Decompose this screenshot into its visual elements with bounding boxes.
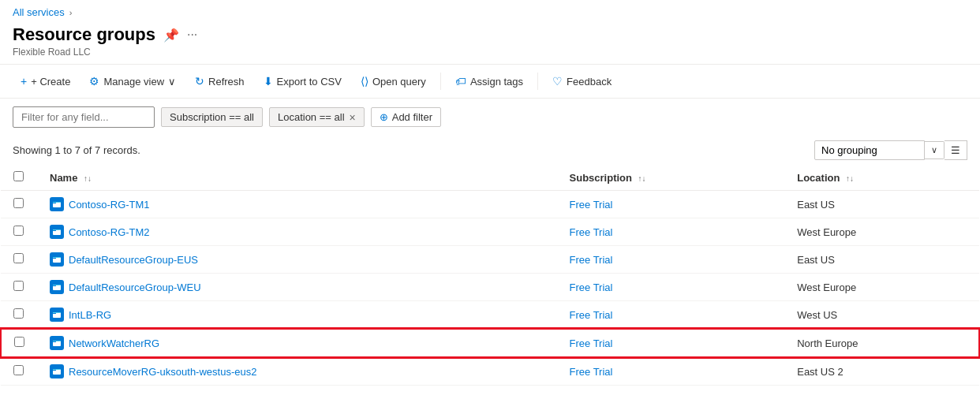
subscription-sort-icon: ↑↓ — [638, 174, 646, 183]
resource-groups-table: Name ↑↓ Subscription ↑↓ Location ↑↓ Cont… — [0, 165, 980, 386]
svg-rect-8 — [53, 257, 61, 258]
svg-rect-20 — [53, 369, 61, 370]
subscription-cell: Free Trial — [557, 246, 785, 274]
table-row: ResourceMoverRG-uksouth-westus-eus2 Free… — [1, 357, 979, 386]
assign-tags-icon: 🏷 — [455, 75, 466, 88]
refresh-button[interactable]: ↻ Refresh — [187, 71, 252, 91]
name-sort-icon: ↑↓ — [84, 174, 92, 183]
pin-icon[interactable]: 📌 — [163, 28, 179, 43]
assign-tags-button[interactable]: 🏷 Assign tags — [447, 71, 531, 91]
location-column-header[interactable]: Location ↑↓ — [784, 165, 979, 191]
subscription-value: Free Trial — [570, 282, 613, 293]
subscription-cell: Free Trial — [557, 329, 785, 357]
subscription-filter-tag: Subscription == all — [161, 107, 263, 127]
add-filter-button[interactable]: ⊕ Add filter — [371, 107, 441, 127]
resource-group-name[interactable]: DefaultResourceGroup-WEU — [69, 282, 201, 293]
row-checkbox[interactable] — [13, 281, 24, 291]
row-checkbox-cell — [1, 329, 37, 357]
name-cell: ResourceMoverRG-uksouth-westus-eus2 — [37, 357, 557, 386]
location-cell: West Europe — [784, 218, 979, 246]
resource-group-icon — [50, 364, 64, 378]
resource-group-name[interactable]: ResourceMoverRG-uksouth-westus-eus2 — [69, 366, 256, 378]
feedback-button[interactable]: ♡ Feedback — [544, 71, 619, 91]
table-row: Contoso-RG-TM2 Free Trial West Europe — [1, 218, 979, 246]
location-sort-icon: ↑↓ — [846, 174, 854, 183]
add-filter-label: Add filter — [392, 111, 432, 123]
export-label: Export to CSV — [277, 76, 342, 88]
resource-group-name[interactable]: IntLB-RG — [69, 309, 111, 321]
location-value: East US — [797, 199, 835, 211]
location-value: West Europe — [797, 282, 856, 293]
row-checkbox[interactable] — [13, 198, 24, 208]
row-checkbox[interactable] — [13, 226, 24, 236]
grouping-dropdown[interactable]: No grouping — [814, 140, 925, 160]
row-checkbox[interactable] — [13, 308, 24, 319]
subscription-value: Free Trial — [570, 309, 613, 321]
name-cell: NetworkWatcherRG — [37, 329, 557, 357]
columns-button[interactable]: ☰ — [944, 140, 967, 160]
page-title: Resource groups — [13, 24, 155, 45]
table-row: DefaultResourceGroup-EUS Free Trial East… — [1, 246, 979, 274]
select-all-checkbox-col — [1, 165, 37, 191]
location-value: East US 2 — [797, 366, 843, 378]
location-filter-tag: Location == all × — [269, 107, 365, 127]
manage-view-label: Manage view — [103, 76, 164, 88]
toolbar-separator-2 — [537, 73, 538, 90]
location-value: East US — [797, 254, 835, 266]
svg-rect-17 — [53, 341, 61, 341]
svg-rect-14 — [53, 312, 61, 313]
row-checkbox[interactable] — [13, 365, 24, 375]
subscription-cell: Free Trial — [557, 218, 785, 246]
location-value: North Europe — [797, 337, 858, 349]
filter-input[interactable] — [13, 106, 155, 128]
row-checkbox-cell — [1, 246, 37, 274]
all-services-link[interactable]: All services — [13, 6, 65, 18]
create-label: + Create — [31, 76, 70, 88]
subscription-cell: Free Trial — [557, 274, 785, 301]
row-checkbox[interactable] — [14, 337, 24, 347]
manage-view-button[interactable]: ⚙ Manage view ∨ — [81, 71, 184, 91]
location-cell: West Europe — [784, 274, 979, 301]
page-header: Resource groups 📌 ··· Flexible Road LLC — [0, 21, 980, 64]
select-all-checkbox[interactable] — [13, 171, 24, 181]
svg-rect-5 — [53, 229, 61, 230]
subscription-value: Free Trial — [570, 337, 613, 349]
resource-group-icon — [50, 197, 64, 211]
resource-group-name[interactable]: NetworkWatcherRG — [69, 337, 159, 349]
subscription-column-label: Subscription — [570, 172, 632, 184]
location-cell: East US — [784, 191, 979, 218]
grouping-chevron[interactable]: ∨ — [925, 141, 944, 159]
subscription-column-header[interactable]: Subscription ↑↓ — [557, 165, 785, 191]
name-cell: Contoso-RG-TM1 — [37, 191, 557, 218]
breadcrumb-chevron: › — [69, 8, 73, 17]
breadcrumb: All services › — [0, 0, 980, 21]
more-options-icon[interactable]: ··· — [187, 28, 197, 42]
resource-group-name[interactable]: Contoso-RG-TM2 — [69, 226, 150, 238]
row-checkbox-cell — [1, 357, 37, 386]
subscription-cell: Free Trial — [557, 301, 785, 330]
name-cell: IntLB-RG — [37, 301, 557, 330]
name-column-header[interactable]: Name ↑↓ — [37, 165, 557, 191]
refresh-icon: ↻ — [195, 75, 204, 88]
export-csv-button[interactable]: ⬇ Export to CSV — [256, 71, 350, 91]
location-value: West Europe — [797, 226, 856, 238]
location-value: West US — [797, 309, 837, 321]
create-button[interactable]: + + Create — [13, 71, 78, 91]
refresh-label: Refresh — [208, 76, 245, 88]
manage-view-icon: ⚙ — [89, 75, 99, 88]
row-checkbox-cell — [1, 301, 37, 330]
location-filter-remove[interactable]: × — [350, 112, 356, 123]
row-checkbox[interactable] — [13, 253, 24, 263]
svg-rect-2 — [53, 202, 61, 203]
location-filter-label: Location == all — [278, 111, 345, 123]
record-count: Showing 1 to 7 of 7 records. — [13, 144, 140, 156]
name-column-label: Name — [50, 172, 77, 184]
open-query-button[interactable]: ⟨⟩ Open query — [353, 71, 434, 91]
name-cell: Contoso-RG-TM2 — [37, 218, 557, 246]
location-cell: West US — [784, 301, 979, 330]
resource-group-icon — [50, 336, 64, 350]
resource-group-name[interactable]: Contoso-RG-TM1 — [69, 199, 150, 211]
resource-group-name[interactable]: DefaultResourceGroup-EUS — [69, 254, 198, 266]
svg-rect-11 — [53, 285, 61, 285]
table-row: DefaultResourceGroup-WEU Free Trial West… — [1, 274, 979, 301]
